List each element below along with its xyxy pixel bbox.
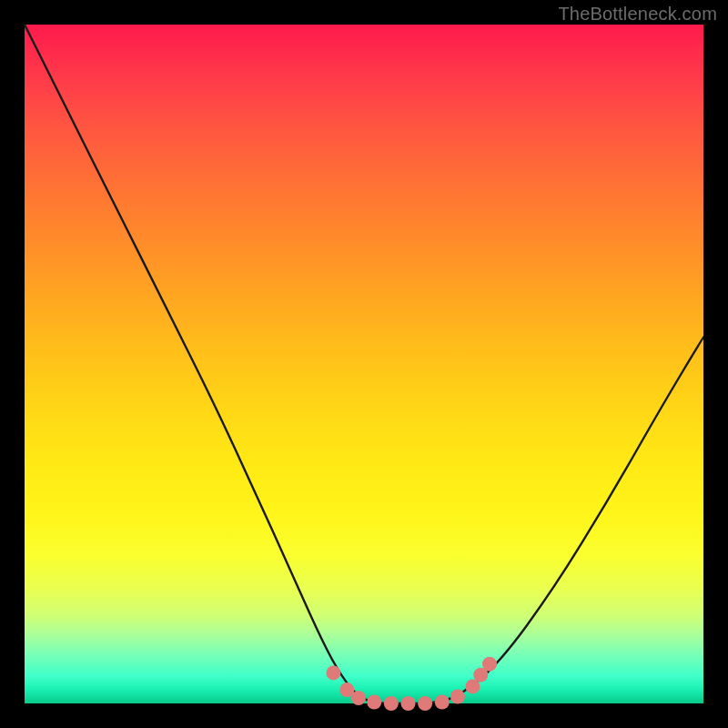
plot-area: [25, 25, 703, 703]
watermark-text: TheBottleneck.com: [558, 4, 717, 25]
bottleneck-curve-path: [25, 25, 703, 703]
curve-marker: [326, 665, 340, 680]
curve-marker: [450, 690, 465, 704]
curve-marker: [435, 695, 450, 710]
curve-marker: [418, 696, 432, 711]
chart-frame: TheBottleneck.com: [0, 0, 728, 728]
bottleneck-curve-svg: [25, 25, 703, 703]
curve-marker: [367, 695, 381, 710]
curve-marker: [384, 696, 399, 711]
curve-markers: [326, 657, 497, 711]
curve-marker: [401, 696, 416, 711]
curve-marker: [351, 691, 366, 705]
curve-marker: [482, 657, 497, 672]
